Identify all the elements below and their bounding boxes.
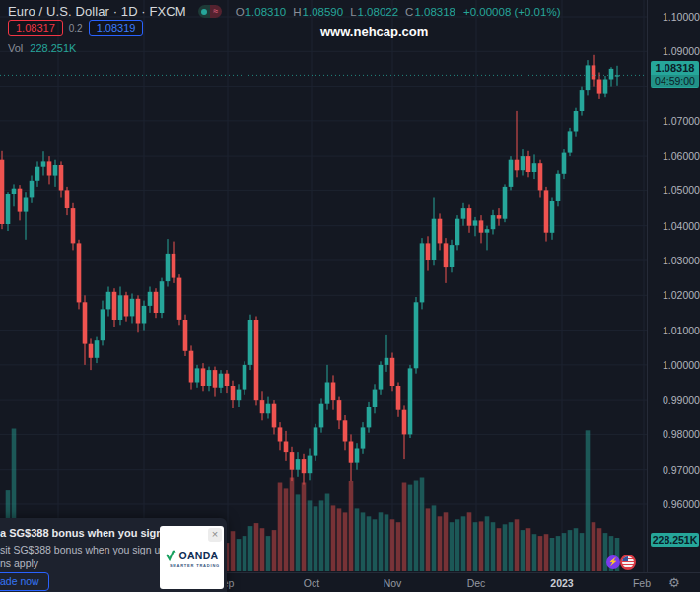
- open-value: 1.08310: [245, 6, 287, 18]
- high-label: H: [293, 6, 301, 18]
- volume-readout: Vol 228.251K: [8, 42, 76, 54]
- low-label: L: [350, 6, 356, 18]
- price-tick-label: 1.10000: [663, 11, 700, 23]
- watermark-text: www.nehcap.com: [320, 24, 428, 38]
- price-tick-label: 1.04000: [663, 220, 700, 232]
- buy-ask-button[interactable]: 1.08319: [89, 20, 144, 36]
- ad-trade-now-button[interactable]: ade now: [0, 572, 49, 591]
- oanda-logo-check-icon: [166, 550, 177, 561]
- change-value: +0.00008 (+0.01%): [463, 6, 560, 18]
- ohlc-readout: O1.08310 H1.08590 L1.08022 C1.08318 +0.0…: [236, 6, 561, 18]
- market-open-dot-icon: [198, 5, 210, 18]
- high-value: 1.08590: [303, 6, 344, 18]
- time-tick-label: Feb: [620, 577, 664, 589]
- price-tick-label: 1.06000: [663, 150, 700, 162]
- sell-bid-button[interactable]: 1.08317: [8, 20, 63, 36]
- price-tick-label: 0.96000: [663, 498, 700, 510]
- last-volume-badge: 228.251K: [651, 533, 699, 547]
- price-tick-label: 0.98000: [663, 428, 700, 440]
- price-tick-label: 0.97000: [663, 464, 700, 476]
- market-status-icon: ≈: [210, 5, 222, 18]
- open-label: O: [236, 6, 245, 18]
- oanda-brand-name: OANDA: [179, 550, 219, 561]
- last-price-value: 1.08318: [651, 62, 699, 75]
- price-chart-canvas[interactable]: [0, 0, 647, 572]
- price-tick-label: 1.07000: [663, 115, 700, 127]
- oanda-logo-box[interactable]: × OANDA SMARTER TRADING: [160, 526, 224, 589]
- vol-label: Vol: [8, 42, 23, 54]
- time-tick-label: 2023: [540, 577, 584, 589]
- time-tick-label: Nov: [371, 577, 414, 589]
- ad-close-icon[interactable]: ×: [208, 528, 222, 542]
- last-price-badge: 1.08318 04:59:00: [651, 61, 699, 88]
- price-tick-label: 1.00000: [663, 359, 700, 371]
- ad-popup: a SG$388 bonus when you sign up. sit SG$…: [0, 518, 227, 592]
- close-value: 1.08318: [414, 6, 455, 18]
- market-status-toggle[interactable]: ≈: [198, 5, 222, 18]
- bar-countdown: 04:59:00: [651, 75, 699, 87]
- chart-settings-gear-icon[interactable]: ⚙: [668, 575, 680, 590]
- price-tick-label: 1.01000: [663, 325, 700, 336]
- chart-header: Euro / U.S. Dollar · 1D · FXCM ≈ O1.0831…: [8, 4, 560, 19]
- price-tick-label: 1.09000: [663, 45, 700, 57]
- spread-value: 0.2: [69, 23, 83, 34]
- vol-value: 228.251K: [30, 42, 76, 54]
- time-tick-label: Oct: [290, 577, 333, 589]
- ad-subtitle: sit SG$388 bonus when you sign up.: [0, 544, 169, 555]
- oanda-tagline: SMARTER TRADING: [160, 563, 220, 568]
- price-tick-label: 1.05000: [663, 185, 700, 196]
- price-axis[interactable]: 1.08318 04:59:00 228.251K 1.100001.09000…: [647, 0, 700, 572]
- price-tick-label: 0.99000: [663, 394, 700, 406]
- price-tick-label: 1.03000: [663, 255, 700, 266]
- low-value: 1.08022: [358, 6, 399, 18]
- price-tick-label: 1.02000: [663, 289, 700, 301]
- us-flag-economic-event-icon[interactable]: [620, 555, 636, 570]
- tradingview-chart-window: Euro / U.S. Dollar · 1D · FXCM ≈ O1.0831…: [0, 0, 700, 592]
- ad-terms: ns apply: [0, 557, 38, 569]
- time-tick-label: Dec: [455, 577, 498, 589]
- bid-ask-row: 1.08317 0.2 1.08319: [8, 20, 143, 36]
- symbol-title[interactable]: Euro / U.S. Dollar · 1D · FXCM: [8, 4, 186, 19]
- close-label: C: [405, 6, 413, 18]
- candlestick-chart: [0, 0, 647, 572]
- ad-title: a SG$388 bonus when you sign up.: [0, 527, 182, 539]
- idea-lightning-icon[interactable]: ⚡: [606, 555, 620, 569]
